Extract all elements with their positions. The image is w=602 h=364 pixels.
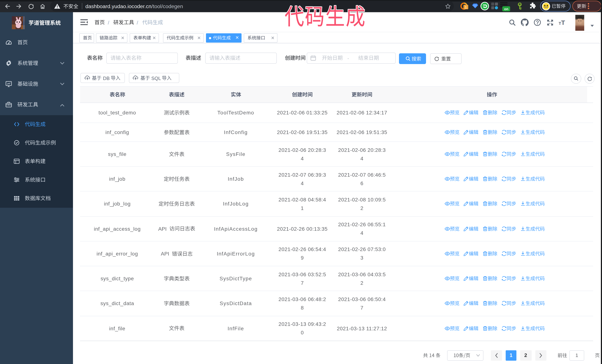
- svg-text:on: on: [504, 7, 508, 11]
- svg-text:1: 1: [465, 5, 467, 9]
